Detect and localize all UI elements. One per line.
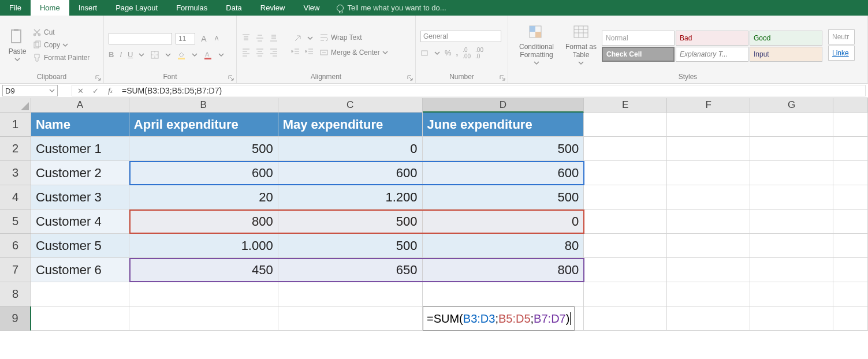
align-center-icon[interactable] — [255, 47, 265, 57]
cell-E4[interactable] — [584, 185, 667, 210]
tab-file[interactable]: File — [0, 0, 31, 16]
row-header-9[interactable]: 9 — [0, 306, 31, 331]
cell-G2[interactable] — [750, 137, 833, 161]
col-header-F[interactable]: F — [667, 98, 750, 113]
cell-E6[interactable] — [584, 234, 667, 258]
cell-G4[interactable] — [750, 185, 833, 210]
col-header-G[interactable]: G — [750, 98, 833, 113]
cell-F6[interactable] — [667, 234, 750, 258]
underline-button[interactable]: U — [128, 50, 133, 59]
cell-D8[interactable] — [423, 282, 584, 306]
cell-F4[interactable] — [667, 185, 750, 210]
row-header-1[interactable]: 1 — [0, 113, 31, 137]
style-input[interactable]: Input — [750, 47, 822, 62]
row-header-7[interactable]: 7 — [0, 258, 31, 282]
row-header-6[interactable]: 6 — [0, 234, 31, 258]
cell-E5[interactable] — [584, 210, 667, 234]
cell-C2[interactable]: 0 — [278, 137, 423, 161]
align-top-icon[interactable] — [241, 33, 251, 43]
cell-G7[interactable] — [750, 258, 833, 282]
font-color-button[interactable]: A — [203, 50, 213, 59]
cell-A1[interactable]: Name — [31, 113, 129, 137]
cell-A3[interactable]: Customer 2 — [31, 161, 129, 185]
cell-F7[interactable] — [667, 258, 750, 282]
cell-A2[interactable]: Customer 1 — [31, 137, 129, 161]
accept-formula-icon[interactable]: ✓ — [91, 87, 100, 95]
cell-C9[interactable] — [278, 306, 423, 331]
select-all-corner[interactable] — [0, 98, 31, 113]
italic-button[interactable]: I — [120, 50, 122, 59]
comma-icon[interactable]: , — [456, 48, 459, 57]
tab-formulas[interactable]: Formulas — [167, 0, 217, 16]
col-header-C[interactable]: C — [278, 98, 423, 113]
number-format-input[interactable] — [420, 31, 501, 42]
cell-D6[interactable]: 80 — [423, 234, 584, 258]
cell-G8[interactable] — [750, 282, 833, 306]
cell-D3[interactable]: 600 — [423, 161, 584, 185]
font-launcher-icon[interactable] — [228, 74, 234, 81]
fill-color-button[interactable] — [177, 50, 186, 59]
font-name-input[interactable] — [109, 33, 172, 44]
cut-button[interactable]: Cut — [32, 27, 90, 38]
cell-E3[interactable] — [584, 161, 667, 185]
cell-B4[interactable]: 20 — [129, 185, 278, 210]
tab-home[interactable]: Home — [31, 0, 69, 16]
cell-E7[interactable] — [584, 258, 667, 282]
accounting-icon[interactable] — [420, 48, 430, 58]
cell-E1[interactable] — [584, 113, 667, 137]
cell-E8[interactable] — [584, 282, 667, 306]
cell-D1[interactable]: June expenditure — [423, 113, 584, 137]
cell-C7[interactable]: 650 — [278, 258, 423, 282]
orientation-icon[interactable] — [293, 33, 303, 43]
cell-G3[interactable] — [750, 161, 833, 185]
cell-B6[interactable]: 1.000 — [129, 234, 278, 258]
cell-H2[interactable] — [833, 137, 868, 161]
cell-A4[interactable]: Customer 3 — [31, 185, 129, 210]
col-header-B[interactable]: B — [129, 98, 278, 113]
cell-H7[interactable] — [833, 258, 868, 282]
clipboard-launcher-icon[interactable] — [95, 74, 102, 81]
cell-H5[interactable] — [833, 210, 868, 234]
col-header-extra[interactable] — [833, 98, 868, 113]
fx-icon[interactable]: fx — [106, 86, 115, 95]
bold-button[interactable]: B — [109, 50, 114, 59]
cell-A7[interactable]: Customer 6 — [31, 258, 129, 282]
cell-H1[interactable] — [833, 113, 868, 137]
merge-center-button[interactable]: Merge & Center — [319, 47, 388, 58]
decrease-indent-icon[interactable] — [291, 47, 300, 57]
row-header-3[interactable]: 3 — [0, 161, 31, 185]
cell-G5[interactable] — [750, 210, 833, 234]
cell-F5[interactable] — [667, 210, 750, 234]
cancel-formula-icon[interactable]: ✕ — [76, 87, 85, 95]
increase-decimal-icon[interactable]: .0.00 — [463, 47, 471, 59]
cell-C4[interactable]: 1.200 — [278, 185, 423, 210]
cell-C3[interactable]: 600 — [278, 161, 423, 185]
cell-G9[interactable] — [750, 306, 833, 331]
decrease-decimal-icon[interactable]: .00.0 — [475, 47, 483, 59]
editing-cell-D9[interactable]: =SUM(B3:D3;B5:D5;B7:D7) — [423, 306, 575, 331]
cell-A9[interactable] — [31, 306, 129, 331]
cell-E2[interactable] — [584, 137, 667, 161]
cell-H9[interactable] — [833, 306, 868, 331]
cell-F8[interactable] — [667, 282, 750, 306]
cell-F9[interactable] — [667, 306, 750, 331]
tab-page-layout[interactable]: Page Layout — [106, 0, 167, 16]
cell-G6[interactable] — [750, 234, 833, 258]
percent-icon[interactable]: % — [445, 48, 452, 57]
cell-D4[interactable]: 500 — [423, 185, 584, 210]
cell-H3[interactable] — [833, 161, 868, 185]
cell-C6[interactable]: 500 — [278, 234, 423, 258]
cell-G1[interactable] — [750, 113, 833, 137]
cell-H6[interactable] — [833, 234, 868, 258]
copy-button[interactable]: Copy — [32, 39, 90, 51]
cell-F2[interactable] — [667, 137, 750, 161]
cell-D5[interactable]: 0 — [423, 210, 584, 234]
number-launcher-icon[interactable] — [499, 74, 506, 81]
cell-B2[interactable]: 500 — [129, 137, 278, 161]
name-box[interactable]: D9 — [2, 85, 58, 96]
cell-D7[interactable]: 800 — [423, 258, 584, 282]
align-right-icon[interactable] — [269, 47, 278, 57]
cell-C1[interactable]: May expenditure — [278, 113, 423, 137]
chevron-down-icon[interactable] — [49, 88, 55, 94]
style-explanatory[interactable]: Explanatory T... — [676, 47, 748, 62]
